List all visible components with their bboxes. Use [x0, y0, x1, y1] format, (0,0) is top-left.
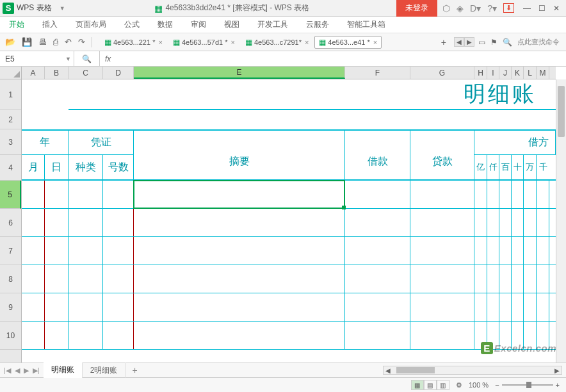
row-header-1[interactable]: 1: [0, 79, 21, 110]
row-header-8[interactable]: 8: [0, 265, 21, 293]
cell[interactable]: [537, 293, 549, 321]
menu-dev-tools[interactable]: 开发工具: [256, 19, 289, 30]
cell[interactable]: [524, 322, 537, 349]
menu-formula[interactable]: 公式: [123, 19, 141, 30]
cell[interactable]: [22, 322, 45, 349]
cell[interactable]: [499, 209, 512, 236]
settings-icon[interactable]: ⚙: [456, 381, 462, 389]
view-break-button[interactable]: ▥: [437, 380, 449, 390]
doc-tab-4[interactable]: ▦4e563...e41 *×: [314, 36, 382, 49]
cell[interactable]: [69, 322, 103, 349]
col-header-C[interactable]: C: [69, 67, 103, 79]
cell[interactable]: [512, 265, 524, 293]
menu-data[interactable]: 数据: [156, 19, 174, 30]
cell[interactable]: [474, 293, 487, 321]
cell[interactable]: [45, 181, 69, 208]
view-page-button[interactable]: ▤: [424, 380, 437, 390]
cell[interactable]: [474, 181, 487, 208]
formula-input[interactable]: [116, 51, 566, 66]
cell[interactable]: [410, 237, 474, 265]
cell[interactable]: [537, 181, 549, 208]
cell[interactable]: [537, 265, 549, 293]
sheet-next-button[interactable]: ▶: [22, 366, 30, 375]
cell[interactable]: [45, 209, 69, 236]
view-normal-button[interactable]: ▦: [411, 380, 424, 390]
col-header-M[interactable]: M: [537, 67, 549, 79]
flag-icon[interactable]: ⚑: [490, 38, 497, 47]
zoom-thumb[interactable]: [526, 382, 531, 388]
cell[interactable]: [487, 265, 499, 293]
row-header-10[interactable]: 10: [0, 322, 21, 350]
sheet-first-button[interactable]: |◀: [3, 366, 12, 375]
close-icon[interactable]: ×: [373, 38, 377, 46]
cell[interactable]: [512, 293, 524, 321]
tab-next-button[interactable]: ▶: [464, 37, 474, 47]
cell[interactable]: [345, 265, 410, 293]
undo-icon[interactable]: ↶: [63, 36, 73, 48]
cell[interactable]: [524, 265, 537, 293]
cell[interactable]: [524, 237, 537, 265]
menu-cloud[interactable]: 云服务: [305, 19, 330, 30]
zoom-out-button[interactable]: −: [495, 381, 499, 389]
col-header-I[interactable]: I: [487, 67, 499, 79]
cell[interactable]: [134, 209, 345, 236]
sheet-tab-2[interactable]: 2明细账: [83, 363, 126, 379]
add-sheet-button[interactable]: +: [125, 365, 143, 375]
print-preview-icon[interactable]: ⎙: [52, 36, 60, 48]
col-header-A[interactable]: A: [22, 67, 45, 79]
zoom-slider[interactable]: − +: [495, 381, 560, 389]
cell[interactable]: [499, 237, 512, 265]
login-button[interactable]: 未登录: [396, 0, 437, 17]
horizontal-scrollbar[interactable]: ◀ ▶: [383, 366, 562, 375]
cell[interactable]: [537, 209, 549, 236]
cell[interactable]: [410, 293, 474, 321]
menu-start[interactable]: 开始: [8, 19, 26, 30]
cell[interactable]: [345, 181, 410, 208]
screen-icon[interactable]: ▭: [478, 38, 485, 47]
sheet-last-button[interactable]: ▶|: [31, 366, 41, 375]
cell[interactable]: [69, 209, 103, 236]
print-icon[interactable]: 🖶: [37, 36, 48, 48]
close-button[interactable]: ✕: [549, 4, 563, 13]
redo-icon[interactable]: ↷: [77, 36, 86, 48]
download-icon[interactable]: ⬇: [503, 3, 514, 13]
row-header-6[interactable]: 6: [0, 209, 21, 237]
col-header-F[interactable]: F: [345, 67, 410, 79]
cell[interactable]: [487, 209, 499, 236]
cell[interactable]: [45, 322, 69, 349]
cell[interactable]: [69, 293, 103, 321]
menu-view[interactable]: 视图: [223, 19, 241, 30]
col-header-J[interactable]: J: [499, 67, 512, 79]
cell[interactable]: [487, 322, 499, 349]
cell[interactable]: [512, 181, 524, 208]
cell[interactable]: [474, 209, 487, 236]
cell[interactable]: [69, 265, 103, 293]
cell[interactable]: [134, 293, 345, 321]
col-header-H[interactable]: H: [474, 67, 487, 79]
col-header-D[interactable]: D: [103, 67, 134, 79]
vertical-scrollbar[interactable]: [556, 79, 566, 363]
cell[interactable]: [103, 237, 134, 265]
cell[interactable]: [69, 237, 103, 265]
row-header-5[interactable]: 5: [0, 181, 21, 209]
cell[interactable]: [22, 293, 45, 321]
col-header-B[interactable]: B: [45, 67, 69, 79]
cell[interactable]: [410, 209, 474, 236]
search-icon[interactable]: 🔍: [503, 38, 512, 47]
zoom-in-button[interactable]: +: [556, 381, 560, 389]
menu-smart-toolbox[interactable]: 智能工具箱: [346, 19, 387, 30]
cell[interactable]: [487, 293, 499, 321]
minimize-button[interactable]: —: [519, 4, 535, 13]
cell[interactable]: [134, 322, 345, 349]
sheet-prev-button[interactable]: ◀: [13, 366, 21, 375]
cell[interactable]: [345, 209, 410, 236]
cell[interactable]: [410, 181, 474, 208]
zoom-label[interactable]: 100 %: [469, 381, 489, 389]
select-all-corner[interactable]: [0, 67, 22, 79]
cell[interactable]: [22, 237, 45, 265]
cell[interactable]: [524, 181, 537, 208]
grid[interactable]: 明细账 年 凭证 借方 月 日 种类 号数 摘要 借款 贷款 亿 仟: [22, 79, 556, 363]
zoom-icon[interactable]: 🔍: [82, 54, 92, 63]
doc-tab-3[interactable]: ▦4e563...c7291*×: [241, 36, 313, 49]
cell[interactable]: [103, 322, 134, 349]
